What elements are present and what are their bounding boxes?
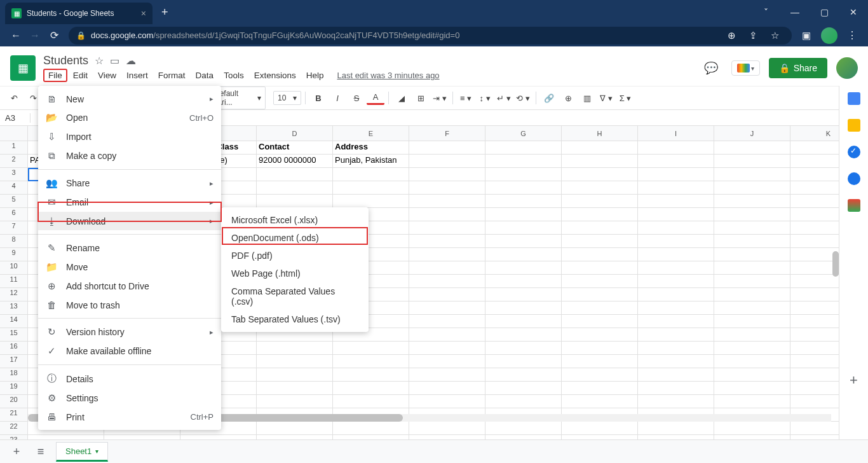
menu-file[interactable]: File xyxy=(43,69,67,82)
download-option[interactable]: Microsoft Excel (.xlsx) xyxy=(221,211,369,229)
cell[interactable] xyxy=(638,301,714,315)
cell[interactable] xyxy=(409,221,485,235)
cell[interactable] xyxy=(409,395,485,408)
cell[interactable] xyxy=(409,168,485,181)
cell[interactable] xyxy=(714,141,790,155)
cell[interactable] xyxy=(409,422,485,435)
column-header[interactable]: E xyxy=(333,126,409,141)
cell[interactable] xyxy=(714,181,790,195)
reload-button[interactable]: ⟳ xyxy=(44,26,64,45)
cell[interactable] xyxy=(562,168,638,181)
cell[interactable] xyxy=(485,315,562,328)
browser-tab[interactable]: ▦ Students - Google Sheets × xyxy=(5,3,153,24)
row-header[interactable]: 19 xyxy=(0,382,28,395)
cell[interactable] xyxy=(409,275,485,288)
cell[interactable] xyxy=(562,342,638,355)
cell[interactable] xyxy=(714,422,790,435)
file-menu-new[interactable]: 🗎New▸ xyxy=(38,90,221,108)
cell[interactable] xyxy=(562,261,638,275)
cell[interactable]: 92000 0000000 xyxy=(257,155,333,168)
maximize-button[interactable]: ▢ xyxy=(810,3,839,22)
cell[interactable] xyxy=(638,181,714,195)
cell[interactable] xyxy=(485,181,562,195)
close-window-button[interactable]: ✕ xyxy=(839,3,868,22)
cell[interactable] xyxy=(485,288,562,301)
cell[interactable] xyxy=(257,368,333,382)
add-sheet-button[interactable]: + xyxy=(8,443,25,460)
cell[interactable] xyxy=(714,208,790,221)
file-menu-add-shortcut-to-drive[interactable]: ⊕Add shortcut to Drive xyxy=(38,277,221,296)
file-menu-make-a-copy[interactable]: ⧉Make a copy xyxy=(38,146,221,165)
cell[interactable] xyxy=(638,141,714,155)
cell[interactable] xyxy=(409,328,485,342)
cell[interactable] xyxy=(409,315,485,328)
row-header[interactable]: 3 xyxy=(0,168,28,181)
column-header[interactable]: J xyxy=(714,126,790,141)
share-button[interactable]: 🔒Share xyxy=(769,58,827,78)
cell[interactable] xyxy=(638,235,714,248)
cell[interactable] xyxy=(638,275,714,288)
calendar-icon[interactable] xyxy=(848,92,860,105)
strike-button[interactable]: S xyxy=(348,89,365,107)
cell[interactable] xyxy=(638,208,714,221)
cell[interactable] xyxy=(638,288,714,301)
row-header[interactable]: 5 xyxy=(0,195,28,208)
cell[interactable] xyxy=(257,342,333,355)
cell[interactable] xyxy=(485,168,562,181)
maps-icon[interactable] xyxy=(848,199,860,212)
cell[interactable] xyxy=(714,328,790,342)
row-header[interactable]: 9 xyxy=(0,248,28,261)
column-header[interactable]: H xyxy=(562,126,638,141)
cell[interactable] xyxy=(333,395,409,408)
row-header[interactable]: 13 xyxy=(0,301,28,315)
cell[interactable] xyxy=(562,382,638,395)
download-option[interactable]: Web Page (.html) xyxy=(221,265,369,282)
cell[interactable] xyxy=(485,195,562,208)
file-menu-rename[interactable]: ✎Rename xyxy=(38,238,221,258)
cell[interactable] xyxy=(257,195,333,208)
cell[interactable] xyxy=(714,315,790,328)
wrap-button[interactable]: ↵ ▾ xyxy=(495,89,513,107)
cell[interactable] xyxy=(638,382,714,395)
chart-button[interactable]: ▥ xyxy=(578,89,596,107)
cell[interactable] xyxy=(638,261,714,275)
text-color-button[interactable]: A xyxy=(367,91,384,105)
contacts-icon[interactable] xyxy=(848,172,860,185)
cell[interactable] xyxy=(714,168,790,181)
cell[interactable] xyxy=(714,195,790,208)
column-header[interactable]: I xyxy=(638,126,714,141)
filter-button[interactable]: ∇ ▾ xyxy=(597,89,615,107)
cell[interactable] xyxy=(638,342,714,355)
row-header[interactable]: 14 xyxy=(0,315,28,328)
cell[interactable] xyxy=(638,328,714,342)
row-header[interactable]: 15 xyxy=(0,328,28,342)
column-header[interactable]: F xyxy=(409,126,485,141)
cell[interactable] xyxy=(485,382,562,395)
cell[interactable] xyxy=(409,261,485,275)
row-header[interactable]: 7 xyxy=(0,221,28,235)
cell[interactable] xyxy=(638,248,714,261)
cell[interactable] xyxy=(562,301,638,315)
cell[interactable] xyxy=(714,275,790,288)
cell[interactable] xyxy=(409,382,485,395)
sheets-logo-icon[interactable]: ▦ xyxy=(10,55,36,81)
cell[interactable] xyxy=(409,368,485,382)
tasks-icon[interactable] xyxy=(848,146,860,158)
profile-avatar[interactable] xyxy=(821,27,837,44)
addons-plus-icon[interactable]: + xyxy=(850,372,858,389)
cell[interactable] xyxy=(409,208,485,221)
file-menu-version-history[interactable]: ↻Version history▸ xyxy=(38,322,221,342)
row-header[interactable]: 21 xyxy=(0,408,28,422)
vertical-scrollbar[interactable] xyxy=(832,251,839,277)
file-menu-import[interactable]: ⇩Import xyxy=(38,127,221,146)
link-button[interactable]: 🔗 xyxy=(540,89,558,107)
cell[interactable] xyxy=(638,155,714,168)
cell[interactable] xyxy=(562,355,638,368)
cell[interactable] xyxy=(409,288,485,301)
functions-button[interactable]: Σ ▾ xyxy=(616,89,634,107)
menu-extensions[interactable]: Extensions xyxy=(250,69,301,82)
cell[interactable] xyxy=(409,155,485,168)
row-header[interactable]: 20 xyxy=(0,395,28,408)
file-menu-download[interactable]: ⭳Download▸ xyxy=(38,212,221,230)
file-menu-share[interactable]: 👥Share▸ xyxy=(38,174,221,193)
